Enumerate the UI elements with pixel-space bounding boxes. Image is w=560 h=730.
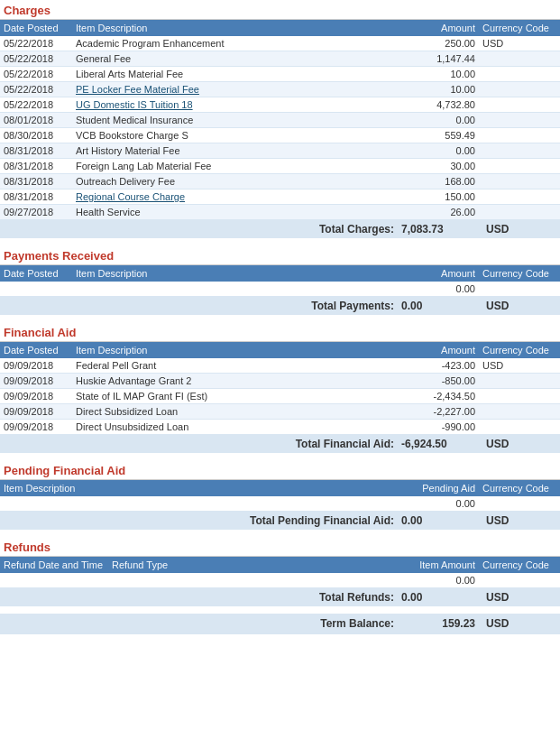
charges-cell-amount: 0.00: [398, 143, 479, 159]
charges-col-amount: Amount: [398, 20, 479, 36]
charges-desc-link[interactable]: Regional Course Charge: [76, 191, 185, 202]
charges-cell-amount: 559.49: [398, 128, 479, 143]
refunds-title: Refunds: [0, 537, 560, 557]
charges-cell-desc: Academic Program Enhancement: [72, 36, 398, 51]
charges-total-label: Total Charges:: [0, 220, 398, 239]
payments-col-currency: Currency Code: [479, 265, 560, 282]
payments-cell-amount: 0.00: [398, 282, 479, 297]
term-balance-label: Term Balance:: [0, 614, 398, 634]
charges-row: 08/01/2018 Student Medical Insurance 0.0…: [0, 113, 560, 128]
charges-cell-currency: [479, 51, 560, 67]
charges-cell-currency: [479, 67, 560, 82]
charges-cell-date: 05/22/2018: [0, 67, 72, 82]
charges-cell-currency: USD: [479, 36, 560, 51]
pending-col-desc: Item Description: [0, 480, 398, 496]
charges-cell-desc: PE Locker Fee Material Fee: [72, 82, 398, 97]
financial-aid-cell-desc: Federal Pell Grant: [72, 358, 398, 374]
pending-total-label: Total Pending Financial Aid:: [0, 512, 398, 531]
charges-cell-date: 08/31/2018: [0, 189, 72, 205]
term-balance-section: Term Balance: 159.23 USD: [0, 614, 560, 634]
charges-cell-currency: [479, 205, 560, 220]
pending-aid-row: 0.00: [0, 496, 560, 512]
charges-total-amount: 7,083.73: [398, 220, 479, 239]
refunds-col-date: Refund Date and Time: [0, 557, 108, 573]
charges-cell-date: 05/22/2018: [0, 51, 72, 67]
charges-cell-currency: [479, 159, 560, 174]
refunds-header-row: Refund Date and Time Refund Type Item Am…: [0, 557, 560, 573]
refunds-total-amount: 0.00: [398, 588, 479, 607]
charges-col-date: Date Posted: [0, 20, 72, 36]
charges-row: 09/27/2018 Health Service 26.00: [0, 205, 560, 220]
financial-aid-total-currency: USD: [479, 435, 560, 454]
pending-financial-aid-title: Pending Financial Aid: [0, 460, 560, 480]
charges-cell-desc: UG Domestic IS Tuition 18: [72, 97, 398, 113]
financial-aid-row: 09/09/2018 Huskie Advantage Grant 2 -850…: [0, 374, 560, 389]
financial-aid-header-row: Date Posted Item Description Amount Curr…: [0, 342, 560, 358]
term-balance-amount: 159.23: [398, 614, 479, 634]
charges-cell-desc: Outreach Delivery Fee: [72, 174, 398, 189]
charges-cell-amount: 30.00: [398, 159, 479, 174]
pending-col-amount: Pending Aid: [398, 480, 479, 496]
financial-aid-cell-amount: -2,434.50: [398, 389, 479, 404]
refunds-col-amount: Item Amount: [398, 557, 479, 573]
charges-cell-desc: Foreign Lang Lab Material Fee: [72, 159, 398, 174]
financial-aid-total-label: Total Financial Aid:: [0, 435, 398, 454]
financial-aid-row: 09/09/2018 Direct Unsubsidized Loan -990…: [0, 420, 560, 435]
payments-total-label: Total Payments:: [0, 297, 398, 316]
charges-cell-amount: 4,732.80: [398, 97, 479, 113]
charges-col-currency: Currency Code: [479, 20, 560, 36]
payments-header-row: Date Posted Item Description Amount Curr…: [0, 265, 560, 282]
financial-aid-cell-currency: [479, 420, 560, 435]
charges-row: 05/22/2018 UG Domestic IS Tuition 18 4,7…: [0, 97, 560, 113]
charges-desc-link[interactable]: PE Locker Fee Material Fee: [76, 84, 199, 95]
financial-aid-cell-desc: Direct Subsidized Loan: [72, 404, 398, 420]
financial-aid-cell-desc: Direct Unsubsidized Loan: [72, 420, 398, 435]
charges-cell-amount: 1,147.44: [398, 51, 479, 67]
financial-aid-row: 09/09/2018 Federal Pell Grant -423.00 US…: [0, 358, 560, 374]
financial-aid-col-amount: Amount: [398, 342, 479, 358]
refunds-total-label: Total Refunds:: [0, 588, 398, 607]
financial-aid-cell-currency: USD: [479, 358, 560, 374]
financial-aid-total-amount: -6,924.50: [398, 435, 479, 454]
refunds-total-currency: USD: [479, 588, 560, 607]
charges-cell-date: 05/22/2018: [0, 82, 72, 97]
charges-cell-currency: [479, 82, 560, 97]
financial-aid-cell-currency: [479, 389, 560, 404]
charges-col-desc: Item Description: [72, 20, 398, 36]
financial-aid-section: Financial Aid Date Posted Item Descripti…: [0, 322, 560, 453]
refunds-section: Refunds Refund Date and Time Refund Type…: [0, 537, 560, 606]
charges-cell-date: 08/31/2018: [0, 159, 72, 174]
charges-header-row: Date Posted Item Description Amount Curr…: [0, 20, 560, 36]
charges-row: 08/30/2018 VCB Bookstore Charge S 559.49: [0, 128, 560, 143]
charges-cell-desc: Liberal Arts Material Fee: [72, 67, 398, 82]
payments-table: Date Posted Item Description Amount Curr…: [0, 265, 560, 315]
financial-aid-col-currency: Currency Code: [479, 342, 560, 358]
financial-aid-row: 09/09/2018 State of IL MAP Grant FI (Est…: [0, 389, 560, 404]
charges-cell-amount: 250.00: [398, 36, 479, 51]
refunds-total-row: Total Refunds: 0.00 USD: [0, 588, 560, 607]
financial-aid-row: 09/09/2018 Direct Subsidized Loan -2,227…: [0, 404, 560, 420]
charges-desc-link[interactable]: UG Domestic IS Tuition 18: [76, 99, 193, 110]
refunds-cell-type: [108, 573, 398, 588]
financial-aid-cell-date: 09/09/2018: [0, 420, 72, 435]
charges-cell-date: 08/31/2018: [0, 143, 72, 159]
charges-row: 05/22/2018 General Fee 1,147.44: [0, 51, 560, 67]
charges-cell-date: 08/30/2018: [0, 128, 72, 143]
term-balance-table: Term Balance: 159.23 USD: [0, 614, 560, 634]
pending-aid-cell-desc: [0, 496, 398, 512]
charges-cell-desc: Health Service: [72, 205, 398, 220]
pending-financial-aid-table: Item Description Pending Aid Currency Co…: [0, 480, 560, 530]
financial-aid-total-row: Total Financial Aid: -6,924.50 USD: [0, 435, 560, 454]
charges-cell-amount: 10.00: [398, 67, 479, 82]
term-balance-currency: USD: [479, 614, 560, 634]
pending-aid-cell-amount: 0.00: [398, 496, 479, 512]
charges-cell-currency: [479, 143, 560, 159]
payments-cell-date: [0, 282, 72, 297]
payments-col-amount: Amount: [398, 265, 479, 282]
charges-total-row: Total Charges: 7,083.73 USD: [0, 220, 560, 239]
charges-cell-amount: 0.00: [398, 113, 479, 128]
charges-cell-desc: General Fee: [72, 51, 398, 67]
charges-cell-amount: 168.00: [398, 174, 479, 189]
term-balance-row: Term Balance: 159.23 USD: [0, 614, 560, 634]
charges-cell-amount: 150.00: [398, 189, 479, 205]
